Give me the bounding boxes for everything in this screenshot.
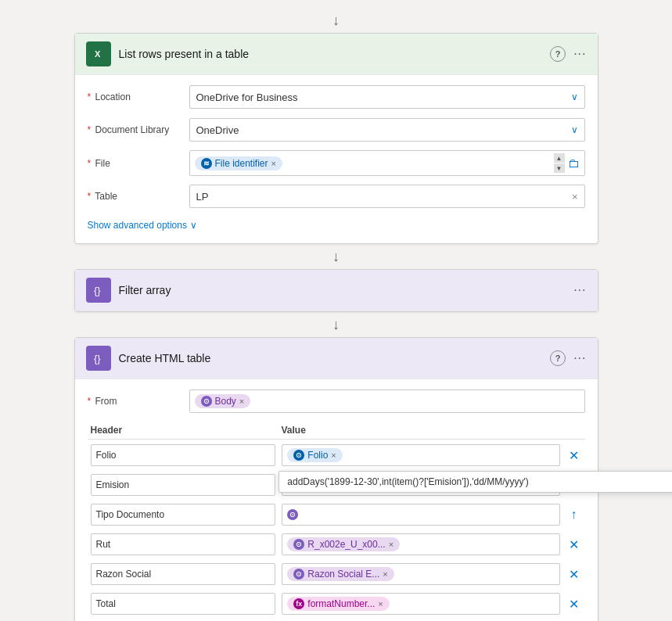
folio-value-input[interactable]: ⊙ Folio ×	[282, 444, 559, 466]
svg-text:X: X	[95, 49, 101, 59]
rut-header-cell: Rut	[88, 532, 279, 557]
create-html-body: * From ⊙ Body × Header Value	[75, 379, 598, 621]
total-row-close[interactable]: ✕	[569, 597, 579, 612]
razon-token-close[interactable]: ×	[383, 569, 387, 579]
autocomplete-popup: addDays('1899-12-30',int(item()?['Emisio…	[279, 471, 672, 493]
create-html-help-icon[interactable]: ?	[550, 350, 566, 366]
arrow-2: ↓	[332, 312, 340, 337]
emision-header-input[interactable]: Emision	[91, 474, 276, 496]
razon-token-icon: ⊙	[293, 569, 304, 580]
razon-action-cell: ✕	[563, 567, 585, 582]
from-token-close[interactable]: ×	[239, 397, 244, 406]
total-header-input[interactable]: Total	[91, 593, 276, 615]
tipo-header-input[interactable]: Tipo Documento	[91, 504, 276, 526]
total-token-close[interactable]: ×	[378, 599, 383, 608]
rut-header-input[interactable]: Rut	[91, 533, 276, 555]
list-rows-actions: ? ···	[550, 46, 586, 62]
from-token-icon: ⊙	[201, 396, 212, 407]
rut-token-close[interactable]: ×	[389, 540, 393, 549]
folio-row-close[interactable]: ✕	[569, 448, 579, 463]
folio-token-close[interactable]: ×	[331, 450, 336, 460]
emision-header-cell: Emision	[88, 472, 279, 497]
total-value-input[interactable]: fx formatNumber... ×	[282, 593, 559, 615]
folder-icon[interactable]: 🗀	[568, 156, 580, 170]
from-input[interactable]: ⊙ Body ×	[189, 389, 585, 413]
flow-container: ↓ X List rows present in a table ? ··· *…	[74, 8, 598, 621]
folio-token: ⊙ Folio ×	[287, 448, 342, 462]
create-html-title: Create HTML table	[119, 352, 551, 364]
rut-row-close[interactable]: ✕	[569, 537, 579, 552]
filter-array-more-icon[interactable]: ···	[573, 283, 586, 297]
create-html-table-card: {} Create HTML table ? ··· * From ⊙ Body	[74, 337, 598, 621]
emision-value-cell: fx addDays(...) × addDays('1899-12-30',i…	[279, 472, 562, 497]
folio-value-cell: ⊙ Folio ×	[279, 443, 562, 468]
location-label: * Location	[88, 92, 189, 102]
total-header-cell: Total	[88, 591, 279, 616]
tipo-action-cell: ↑	[563, 508, 585, 522]
total-token: fx formatNumber... ×	[287, 597, 389, 611]
table-close[interactable]: ×	[572, 191, 578, 203]
arrow-1: ↓	[332, 244, 340, 269]
razon-value-input[interactable]: ⊙ Razon Social E... ×	[282, 563, 559, 585]
folio-header-cell: Folio	[88, 443, 279, 468]
from-token: ⊙ Body ×	[195, 394, 251, 408]
folio-token-icon: ⊙	[293, 450, 304, 461]
list-rows-help-icon[interactable]: ?	[550, 46, 566, 62]
list-rows-body: * Location OneDrive for Business ∨ * Doc…	[75, 75, 598, 243]
columns-header-row: Header Value	[88, 422, 585, 440]
razon-header-input[interactable]: Razon Social	[91, 563, 276, 585]
tipo-row-up[interactable]: ↑	[571, 508, 577, 522]
create-html-actions: ? ···	[550, 350, 586, 366]
filter-icon-box: {}	[86, 278, 111, 303]
location-input[interactable]: OneDrive for Business ∨	[189, 85, 585, 109]
table-row: * Table LP ×	[88, 184, 585, 209]
folio-action-cell: ✕	[563, 448, 585, 463]
svg-text:{}: {}	[94, 285, 101, 296]
show-advanced-chevron: ∨	[190, 220, 197, 231]
tipo-value-input[interactable]: ⊙	[282, 504, 559, 526]
excel-icon-box: X	[86, 41, 111, 66]
location-row: * Location OneDrive for Business ∨	[88, 84, 585, 109]
columns-row-folio: Folio ⊙ Folio × ✕	[88, 443, 585, 468]
file-input[interactable]: ≋ File identifier × ▲ ▼ 🗀	[189, 150, 585, 176]
columns-row-razon-social: Razon Social ⊙ Razon Social E... × ✕	[88, 562, 585, 587]
create-html-more-icon[interactable]: ···	[573, 351, 586, 365]
table-label: * Table	[88, 191, 189, 202]
rut-token: ⊙ R_x002e_U_x00... ×	[287, 537, 400, 551]
file-up-btn[interactable]: ▲	[554, 153, 565, 163]
total-value-cell: fx formatNumber... ×	[279, 591, 562, 616]
filter-array-actions: ···	[573, 283, 586, 297]
rut-action-cell: ✕	[563, 537, 585, 552]
razon-header-cell: Razon Social	[88, 562, 279, 587]
list-rows-more-icon[interactable]: ···	[573, 47, 586, 61]
from-label: * From	[88, 396, 189, 407]
columns-row-emision: Emision fx addDays(...) × addDays(	[88, 472, 585, 497]
razon-row-close[interactable]: ✕	[569, 567, 579, 582]
document-library-row: * Document Library OneDrive ∨	[88, 117, 585, 142]
list-rows-show-advanced[interactable]: Show advanced options ∨	[88, 217, 585, 234]
file-input-row: ≋ File identifier ×	[195, 156, 554, 171]
folio-header-input[interactable]: Folio	[91, 444, 276, 466]
total-token-icon: fx	[293, 598, 304, 609]
table-input[interactable]: LP ×	[189, 185, 585, 208]
rut-value-input[interactable]: ⊙ R_x002e_U_x00... ×	[282, 533, 559, 555]
rut-value-cell: ⊙ R_x002e_U_x00... ×	[279, 532, 562, 557]
total-action-cell: ✕	[563, 597, 585, 612]
doc-library-input[interactable]: OneDrive ∨	[189, 118, 585, 142]
file-controls: ▲ ▼	[554, 153, 565, 173]
file-down-btn[interactable]: ▼	[554, 163, 565, 173]
file-row: * File ≋ File identifier × ▲ ▼	[88, 150, 585, 176]
file-token-icon: ≋	[201, 158, 212, 169]
doc-library-chevron: ∨	[571, 124, 578, 135]
list-rows-header: X List rows present in a table ? ···	[75, 34, 598, 75]
columns-row-rut: Rut ⊙ R_x002e_U_x00... × ✕	[88, 532, 585, 557]
columns-table: Header Value Folio ⊙ Folio ×	[88, 422, 585, 621]
columns-row-total: Total fx formatNumber... × ✕	[88, 591, 585, 616]
columns-row-tipo-documento: Tipo Documento ⊙ ↑	[88, 502, 585, 527]
filter-array-title: Filter array	[119, 284, 574, 296]
file-token-close[interactable]: ×	[271, 159, 276, 168]
list-rows-card: X List rows present in a table ? ··· * L…	[74, 33, 598, 244]
tipo-value-cell: ⊙	[279, 502, 562, 527]
tipo-header-cell: Tipo Documento	[88, 502, 279, 527]
header-col-label: Header	[88, 425, 279, 436]
